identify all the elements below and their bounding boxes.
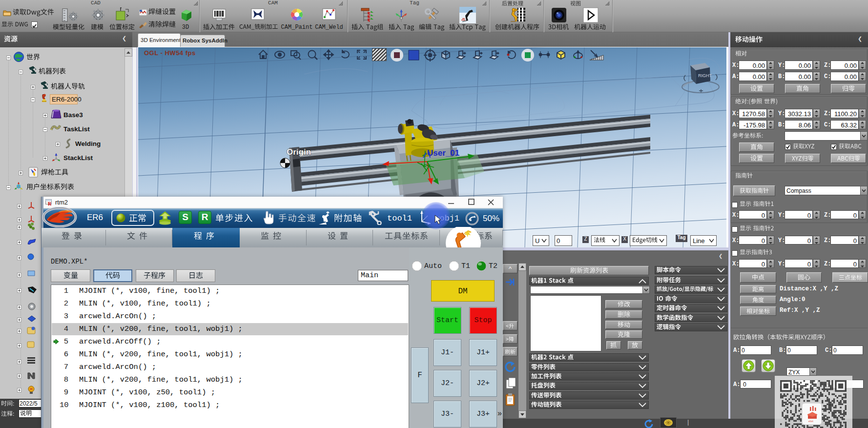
svg-text:RIGHT: RIGHT [698, 73, 712, 78]
svg-text:R: R [48, 201, 52, 206]
svg-text:User_01: User_01 [427, 148, 459, 158]
svg-text:efort: efort [808, 420, 814, 423]
svg-text:Origin: Origin [287, 147, 311, 157]
